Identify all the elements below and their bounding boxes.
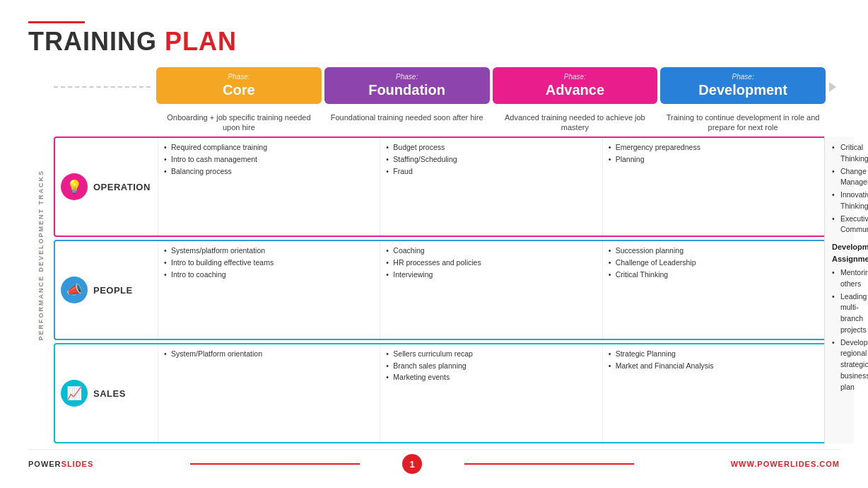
- list-item: Planning: [609, 154, 819, 165]
- phase-header-core: Phase: Core: [156, 67, 322, 104]
- footer: POWERSLIDES 1 WWW.POWERLIDES.COM: [28, 449, 840, 474]
- sales-advance-list: Strategic Planning Market and Financial …: [609, 349, 819, 371]
- list-item: Critical Thinking: [609, 269, 819, 280]
- desc-row: Onboarding + job specific training neede…: [54, 112, 840, 133]
- desc-advance: Advanced training needed to achieve job …: [493, 112, 658, 133]
- phase-header-foundation: Phase: Foundation: [324, 67, 490, 104]
- people-core-list: Systems/platform orientation Intro to bu…: [164, 245, 374, 279]
- dashed-arrow-left: [54, 86, 151, 88]
- phase-row: Phase: Core Phase: Foundation: [54, 67, 840, 107]
- phase-name-foundation: Foundation: [332, 81, 483, 98]
- phase-header-advance: Phase: Advance: [493, 67, 658, 104]
- track-label-sales: 📈 SALES: [55, 344, 158, 442]
- phase-label-development: Phase:: [667, 73, 819, 81]
- people-foundation-cell: Coaching HR processes and policies Inter…: [380, 241, 602, 339]
- list-item: Critical Thinking: [832, 142, 847, 165]
- footer-line-left: [190, 463, 360, 465]
- sales-icon: 📈: [61, 380, 88, 407]
- phase-col-foundation: Phase: Foundation: [324, 67, 490, 107]
- phase-col-core: Phase: Core: [156, 67, 322, 107]
- phase-spacer: [54, 67, 156, 107]
- title-part1: TRAINING: [28, 27, 165, 56]
- phase-col-development: Phase: Development: [660, 67, 826, 107]
- list-item: Fraud: [386, 166, 596, 177]
- phase-label-advance: Phase:: [500, 73, 651, 81]
- right-arrow-col: [826, 67, 840, 107]
- list-item: Succession planning: [609, 245, 819, 256]
- people-advance-cell: Succession planning Challenge of Leaders…: [602, 241, 824, 339]
- people-core-cell: Systems/platform orientation Intro to bu…: [158, 241, 380, 339]
- list-item: Change Management: [832, 166, 847, 189]
- sales-name: SALES: [93, 388, 126, 399]
- phase-name-development: Development: [667, 81, 819, 98]
- right-arrow-icon: [829, 82, 836, 92]
- list-item: Intro to building effective teams: [164, 257, 374, 268]
- page-title: TRAINING PLAN: [28, 28, 840, 56]
- list-item: Sellers curriculum recap: [386, 349, 596, 359]
- list-item: System/Platform orientation: [164, 349, 374, 359]
- people-name: PEOPLE: [93, 285, 133, 296]
- track-row-people: 📣 PEOPLE Systems/platform orientation In…: [54, 240, 840, 340]
- track-row-sales: 📈 SALES System/Platform orientation Sell…: [54, 343, 840, 443]
- sales-foundation-cell: Sellers curriculum recap Branch sales pl…: [380, 344, 602, 442]
- header: TRAINING PLAN: [28, 21, 840, 56]
- list-item: Staffing/Scheduling: [386, 154, 596, 165]
- footer-center: 1: [190, 454, 634, 474]
- dev-assignments-list: Mentoring othersLeading multi-branch pro…: [832, 267, 847, 393]
- dashed-line-left: [54, 86, 151, 88]
- people-advance-list: Succession planning Challenge of Leaders…: [609, 245, 819, 279]
- track-data-people: Systems/platform orientation Intro to bu…: [158, 241, 824, 339]
- slide: TRAINING PLAN PERFORMANCE DEVELOPMENT TR…: [0, 0, 868, 488]
- people-foundation-list: Coaching HR processes and policies Inter…: [386, 245, 596, 279]
- list-item: Mentoring others: [832, 267, 847, 290]
- list-item: Emergency preparedness: [609, 142, 819, 153]
- desc-development: Training to continue development in role…: [660, 112, 826, 133]
- operation-icon: 💡: [61, 173, 88, 200]
- phase-label-core: Phase:: [163, 73, 315, 81]
- list-item: Intro to cash management: [164, 154, 374, 165]
- content-area: PERFORMANCE DEVELOPMENT TRACKS Phase: Co…: [28, 67, 840, 443]
- operation-core-cell: Required compliance training Intro to ca…: [158, 138, 380, 236]
- list-item: Coaching: [386, 245, 596, 256]
- operation-core-list: Required compliance training Intro to ca…: [164, 142, 374, 176]
- operation-name: OPERATION: [93, 182, 151, 192]
- list-item: Innovative Thinking: [832, 190, 847, 212]
- development-col-overlay: Critical ThinkingChange ManagementInnova…: [824, 136, 854, 443]
- desc-right-spacer: [826, 112, 840, 133]
- footer-page-number: 1: [402, 454, 422, 474]
- list-item: Marketing events: [386, 372, 596, 383]
- track-row-operation: 💡 OPERATION Required compliance training…: [54, 136, 840, 237]
- phase-header-development: Phase: Development: [660, 67, 826, 104]
- operation-advance-cell: Emergency preparedness Planning: [602, 138, 824, 236]
- sales-core-list: System/Platform orientation: [164, 349, 374, 359]
- phases-cols: Phase: Core Phase: Foundation: [156, 67, 826, 107]
- list-item: Leading multi-branch projects: [832, 291, 847, 336]
- phase-col-advance: Phase: Advance: [493, 67, 658, 107]
- operation-foundation-cell: Budget process Staffing/Scheduling Fraud: [380, 138, 602, 236]
- vertical-label: PERFORMANCE DEVELOPMENT TRACKS: [37, 170, 45, 341]
- list-item: HR processes and policies: [386, 257, 596, 268]
- list-item: Market and Financial Analysis: [609, 361, 819, 371]
- track-label-people: 📣 PEOPLE: [55, 241, 158, 339]
- sales-advance-cell: Strategic Planning Market and Financial …: [602, 344, 824, 442]
- desc-cols: Onboarding + job specific training neede…: [156, 112, 826, 133]
- brand-slides: SLIDES: [61, 460, 94, 468]
- desc-core: Onboarding + job specific training neede…: [156, 112, 322, 133]
- list-item: Balancing process: [164, 166, 374, 177]
- desc-spacer: [54, 112, 156, 133]
- phase-name-advance: Advance: [500, 81, 651, 98]
- dev-phase-list: Critical ThinkingChange ManagementInnova…: [832, 142, 847, 236]
- left-label-col: PERFORMANCE DEVELOPMENT TRACKS: [28, 67, 54, 443]
- people-icon: 📣: [61, 277, 88, 303]
- phase-label-foundation: Phase:: [332, 73, 483, 81]
- list-item: Intro to coaching: [164, 269, 374, 280]
- brand-power: POWER: [28, 460, 61, 468]
- track-data-operation: Required compliance training Intro to ca…: [158, 138, 824, 236]
- sales-foundation-list: Sellers curriculum recap Branch sales pl…: [386, 349, 596, 383]
- table-area: Phase: Core Phase: Foundation: [54, 67, 840, 443]
- footer-url: WWW.POWERLIDES.COM: [731, 460, 840, 468]
- phase-name-core: Core: [163, 81, 315, 98]
- list-item: Develop regional strategic business plan: [832, 337, 847, 393]
- list-item: Budget process: [386, 142, 596, 153]
- desc-foundation: Foundational training needed soon after …: [324, 112, 490, 133]
